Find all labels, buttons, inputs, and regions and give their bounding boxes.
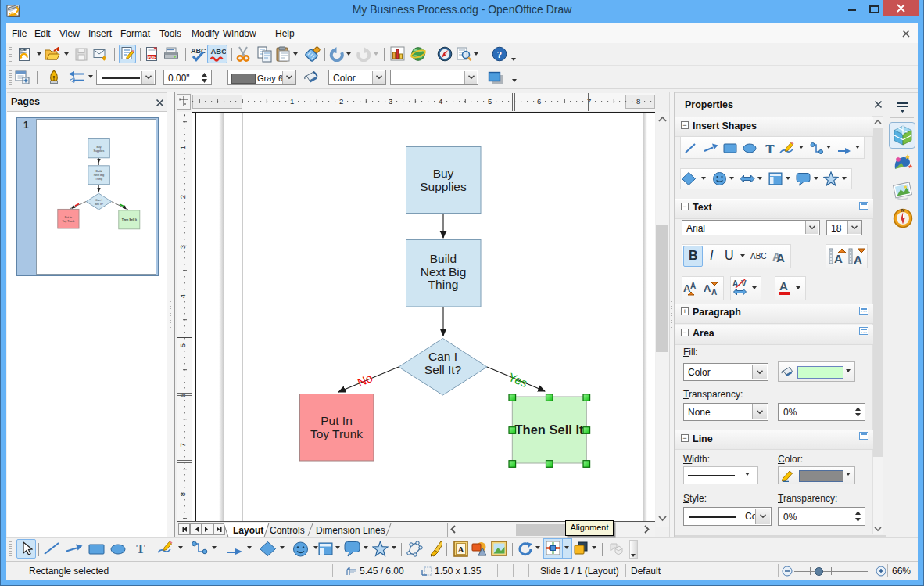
svg-text:Then Sell It: Then Sell It — [122, 218, 138, 221]
svg-text:N: N — [901, 208, 904, 213]
svg-text:Can I: Can I — [95, 199, 102, 202]
svg-text:Sell It?: Sell It? — [424, 363, 462, 376]
svg-text:Next Big: Next Big — [421, 265, 467, 279]
svg-text:Can I: Can I — [428, 350, 457, 363]
svg-text:T: T — [136, 541, 145, 555]
svg-text:Buy: Buy — [96, 146, 101, 149]
svg-text:Layout: Layout — [233, 525, 263, 536]
svg-text:Sell It?: Sell It? — [95, 203, 103, 206]
svg-text:Build: Build — [430, 252, 457, 265]
svg-text:Then Sell It: Then Sell It — [514, 422, 584, 437]
svg-text:T: T — [765, 142, 775, 155]
svg-text:Thing: Thing — [428, 278, 459, 291]
svg-text:Yes: Yes — [507, 370, 529, 390]
svg-text:Next Big: Next Big — [94, 174, 105, 177]
svg-text:No: No — [355, 371, 374, 389]
svg-text:ABC: ABC — [211, 47, 227, 56]
svg-text:Controls: Controls — [270, 525, 305, 536]
svg-text:A: A — [458, 545, 464, 554]
svg-text:Build: Build — [96, 170, 102, 173]
svg-text:Supplies: Supplies — [420, 180, 467, 193]
svg-text:A: A — [834, 252, 843, 265]
svg-text:A: A — [704, 282, 711, 294]
svg-text:A: A — [711, 288, 717, 297]
svg-text:Put In: Put In — [65, 216, 72, 219]
svg-text:Thing: Thing — [95, 178, 102, 181]
svg-text:PDF: PDF — [148, 55, 157, 59]
svg-text:Dimension Lines: Dimension Lines — [316, 525, 385, 536]
svg-text:Toy Trunk: Toy Trunk — [63, 220, 75, 223]
svg-text:A: A — [854, 253, 862, 265]
svg-text:?: ? — [497, 49, 503, 60]
svg-text:Buy: Buy — [433, 167, 454, 180]
svg-text:Toy Trunk: Toy Trunk — [310, 427, 363, 440]
svg-text:Supplies: Supplies — [94, 149, 105, 153]
svg-text:Put In: Put In — [321, 414, 353, 427]
svg-text:A: A — [690, 282, 696, 290]
